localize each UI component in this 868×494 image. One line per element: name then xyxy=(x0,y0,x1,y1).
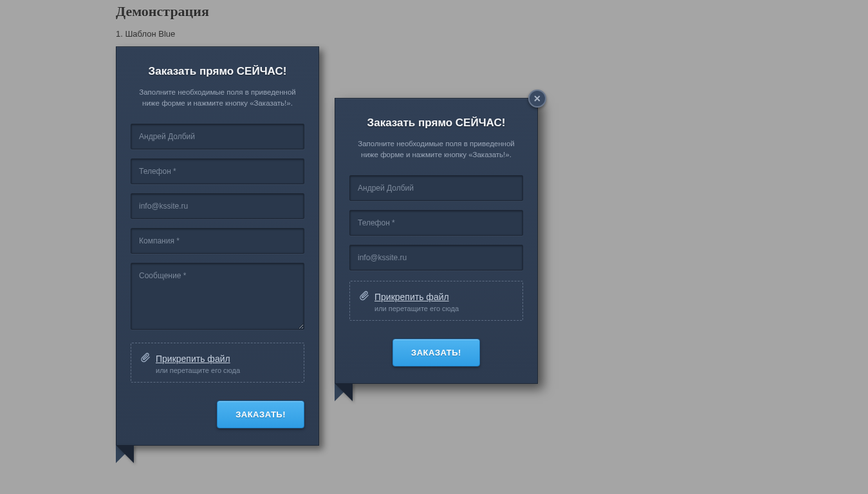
order-form-popup: ✕ Заказать прямо СЕЙЧАС! Заполните необх… xyxy=(335,98,538,384)
attach-file-dropzone[interactable]: Прикрепить файл или перетащите его сюда xyxy=(131,343,304,383)
message-textarea[interactable] xyxy=(131,263,304,330)
close-button[interactable]: ✕ xyxy=(528,90,546,108)
attach-file-hint: или перетащите его сюда xyxy=(374,305,513,312)
page-subheading: 1. Шаблон Blue xyxy=(116,29,759,39)
email-input[interactable] xyxy=(349,245,523,271)
submit-button[interactable]: ЗАКАЗАТЬ! xyxy=(217,401,304,428)
form-title: Заказать прямо СЕЙЧАС! xyxy=(349,117,523,129)
content-area: Демонстрация 1. Шаблон Blue Заказать пря… xyxy=(116,3,759,446)
card-fold-shadow xyxy=(335,383,353,401)
name-input[interactable] xyxy=(349,175,523,201)
company-input[interactable] xyxy=(131,228,304,254)
form-title: Заказать прямо СЕЙЧАС! xyxy=(131,65,304,78)
phone-input[interactable] xyxy=(131,158,304,184)
form-description: Заполните необходимые поля в приведенной… xyxy=(349,138,523,161)
attach-file-hint: или перетащите его сюда xyxy=(156,366,295,374)
attach-file-link[interactable]: Прикрепить файл xyxy=(156,354,230,364)
submit-button[interactable]: ЗАКАЗАТЬ! xyxy=(392,339,480,366)
close-icon: ✕ xyxy=(533,94,541,103)
form-description: Заполните необходимые поля в приведенной… xyxy=(131,87,304,109)
phone-input[interactable] xyxy=(349,210,523,236)
order-form-inline: Заказать прямо СЕЙЧАС! Заполните необход… xyxy=(116,46,319,446)
paperclip-icon xyxy=(140,352,151,365)
email-input[interactable] xyxy=(131,193,304,219)
card-fold-shadow xyxy=(116,445,134,463)
page-heading: Демонстрация xyxy=(116,3,759,20)
forms-row: Заказать прямо СЕЙЧАС! Заполните необход… xyxy=(116,46,759,446)
attach-file-link[interactable]: Прикрепить файл xyxy=(374,292,449,302)
paperclip-icon xyxy=(359,290,369,303)
attach-file-dropzone[interactable]: Прикрепить файл или перетащите его сюда xyxy=(349,281,523,321)
name-input[interactable] xyxy=(131,124,304,149)
